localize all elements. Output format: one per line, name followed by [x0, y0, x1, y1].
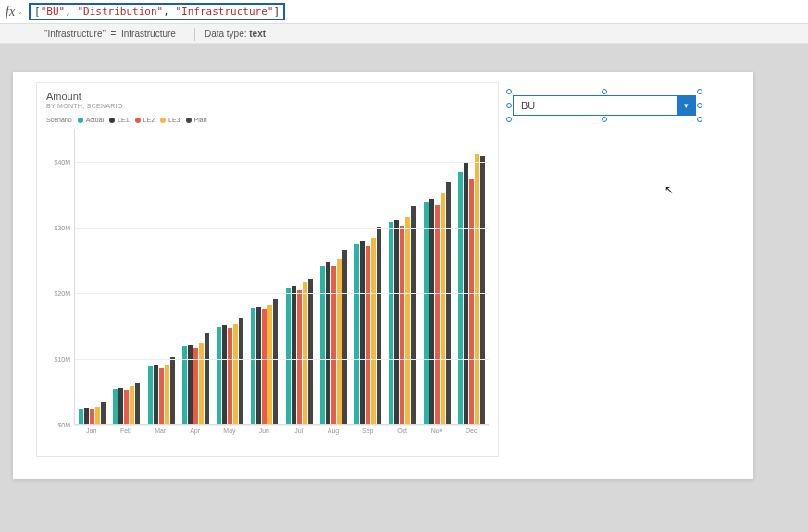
legend-item[interactable]: LE3: [160, 117, 180, 123]
legend-text: Actual: [86, 117, 104, 123]
x-tick-label: Nov: [419, 425, 454, 434]
bar[interactable]: [326, 262, 330, 424]
bar-group: [385, 129, 419, 425]
bar[interactable]: [308, 279, 313, 424]
bar[interactable]: [182, 346, 187, 424]
report-canvas[interactable]: Amount BY MONTH, SCENARIO Scenario Actua…: [13, 72, 753, 479]
bar[interactable]: [239, 318, 243, 424]
bar[interactable]: [90, 409, 94, 424]
bar[interactable]: [377, 227, 381, 424]
bar[interactable]: [148, 366, 153, 424]
bar[interactable]: [154, 365, 158, 424]
bar[interactable]: [331, 266, 336, 424]
bar[interactable]: [222, 325, 227, 424]
bar[interactable]: [79, 409, 83, 424]
bar[interactable]: [199, 343, 204, 424]
bar[interactable]: [429, 199, 434, 424]
gridline: [75, 359, 489, 360]
bar-group: [351, 129, 385, 425]
bar[interactable]: [170, 357, 175, 424]
fx-dropdown-icon[interactable]: ⌄: [17, 7, 23, 16]
bar[interactable]: [371, 238, 376, 424]
bar[interactable]: [233, 324, 238, 424]
y-tick-label: $0M: [57, 422, 70, 428]
y-tick-label: $30M: [54, 224, 70, 230]
bar[interactable]: [130, 386, 134, 424]
gridline: [75, 162, 489, 163]
bar[interactable]: [411, 206, 416, 424]
formula-input[interactable]: ["BU", "Distribution", "Infrastructure"]: [29, 3, 285, 20]
bar[interactable]: [475, 154, 479, 424]
cursor-icon: ↖: [665, 183, 674, 196]
formula-bar: fx ⌄ ["BU", "Distribution", "Infrastruct…: [0, 0, 808, 24]
legend-text: Plan: [194, 117, 207, 123]
info-datatype: Data type: text: [205, 29, 266, 39]
x-tick-label: Aug: [316, 425, 350, 434]
info-expr: "Infrastructure" = Infrastructure: [44, 29, 176, 39]
x-tick-label: Jul: [281, 425, 316, 434]
bar[interactable]: [303, 282, 307, 424]
x-tick-label: May: [212, 425, 246, 434]
bar-group: [179, 129, 213, 425]
x-tick-label: Sep: [351, 425, 385, 434]
bar[interactable]: [389, 222, 393, 424]
bar[interactable]: [228, 328, 232, 424]
legend-label: Scenario: [46, 117, 72, 123]
bar[interactable]: [480, 156, 485, 424]
bar[interactable]: [113, 389, 118, 424]
legend-item[interactable]: Actual: [78, 117, 104, 123]
bar[interactable]: [217, 327, 221, 424]
bar[interactable]: [251, 308, 255, 424]
dropdown-visual[interactable]: BU ▾: [513, 95, 696, 116]
bar[interactable]: [424, 202, 429, 424]
bar[interactable]: [95, 407, 100, 424]
bar[interactable]: [360, 241, 365, 424]
fx-label: fx: [6, 5, 15, 19]
bar[interactable]: [188, 345, 193, 424]
bar[interactable]: [124, 390, 129, 424]
x-tick-label: Dec: [454, 425, 489, 434]
legend-item[interactable]: LE1: [109, 117, 129, 123]
bar[interactable]: [267, 305, 272, 424]
bar[interactable]: [165, 365, 169, 424]
bar[interactable]: [394, 220, 399, 424]
bar[interactable]: [446, 182, 451, 424]
chart-legend: Scenario ActualLE1LE2LE3Plan: [46, 117, 489, 123]
bar[interactable]: [101, 402, 106, 424]
bar[interactable]: [159, 368, 164, 424]
legend-swatch-icon: [109, 118, 115, 123]
bar[interactable]: [256, 307, 261, 424]
bar[interactable]: [118, 388, 123, 424]
bar[interactable]: [84, 408, 89, 424]
chart-visual[interactable]: Amount BY MONTH, SCENARIO Scenario Actua…: [36, 82, 499, 457]
bar[interactable]: [205, 333, 209, 424]
legend-text: LE1: [118, 117, 129, 123]
bar[interactable]: [273, 299, 278, 424]
bar[interactable]: [405, 217, 410, 424]
bar[interactable]: [342, 250, 347, 424]
canvas-area: Amount BY MONTH, SCENARIO Scenario Actua…: [0, 44, 808, 492]
bar[interactable]: [366, 246, 370, 424]
bar[interactable]: [286, 288, 291, 424]
bar[interactable]: [400, 226, 404, 424]
bar-group: [317, 129, 351, 425]
legend-text: LE3: [168, 117, 180, 123]
bar[interactable]: [320, 266, 325, 424]
bar[interactable]: [262, 309, 267, 424]
bar[interactable]: [458, 172, 463, 424]
bar[interactable]: [297, 290, 302, 424]
bar[interactable]: [469, 179, 474, 424]
dropdown-box[interactable]: BU ▾: [513, 95, 696, 116]
info-bar: "Infrastructure" = Infrastructure Data t…: [0, 24, 808, 44]
dropdown-toggle-button[interactable]: ▾: [677, 96, 695, 115]
y-axis: $0M$10M$20M$30M$40M: [46, 129, 74, 425]
bar[interactable]: [292, 286, 296, 424]
plot-body: [74, 129, 489, 425]
bar[interactable]: [337, 259, 342, 424]
legend-item[interactable]: Plan: [186, 117, 207, 123]
bar[interactable]: [135, 383, 140, 424]
bar[interactable]: [354, 244, 359, 424]
bar[interactable]: [435, 205, 440, 424]
legend-item[interactable]: LE2: [135, 117, 155, 123]
bar-group: [247, 129, 281, 425]
